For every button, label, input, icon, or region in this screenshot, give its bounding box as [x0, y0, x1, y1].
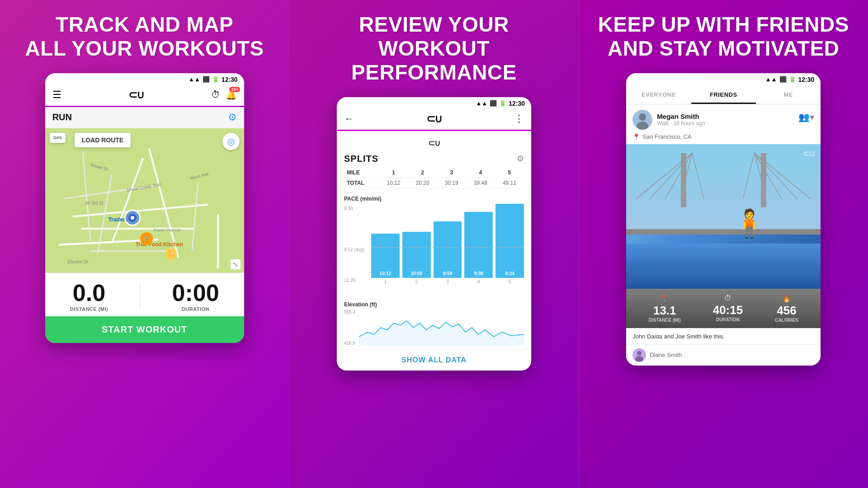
fire-stat-icon: 🔥 [775, 294, 798, 303]
load-route-button[interactable]: LOAD ROUTE [75, 133, 131, 147]
commenter-avatar-image [632, 348, 646, 362]
bar-wrap-2: 10:08 2 [402, 204, 431, 284]
activity-location: 📍 San Francisco, CA [626, 132, 821, 144]
bar-label-1: 1 [384, 279, 387, 284]
activity-duration-value: 40:15 [713, 303, 743, 317]
split-4: 39:48 [466, 178, 495, 188]
y-label-bottom: 11:20 [344, 278, 355, 283]
bar-3: 9:59 [434, 221, 462, 278]
svg-line-9 [755, 153, 797, 199]
bridge-cables-svg [626, 144, 821, 289]
svg-line-12 [743, 153, 755, 199]
duration-value: 0:00 [172, 281, 219, 305]
splits-ua-header: ⊂∪ [344, 138, 524, 148]
split-3: 30:19 [437, 178, 466, 188]
svg-line-8 [755, 153, 811, 199]
panel1-heading: TRACK AND MAP ALL YOUR WORKOUTS [25, 13, 264, 61]
splits-settings-icon[interactable]: ⚙ [517, 154, 524, 164]
activity-header: Megan Smith Walk · 16 hours ago 👥▾ [626, 104, 821, 132]
ua-watermark: ⊂∪ [803, 149, 814, 159]
clock-icon[interactable]: ⏱ [211, 89, 220, 100]
user-location-pin [124, 210, 141, 226]
notification-btn[interactable]: 🔔 10+ [226, 89, 237, 100]
activity-photo: 🧍 ⊂∪ [626, 144, 821, 289]
distance-label: DISTANCE (MI) [70, 306, 108, 312]
start-workout-button[interactable]: START WORKOUT [45, 316, 244, 343]
phone-mockup-1: ▲▲ ⬛ 🔋 12:30 ☰ ⊂∪ ⏱ 🔔 10+ RUN ⚙ [45, 73, 244, 343]
elevation-label: Elevation (ft) [344, 301, 524, 308]
bar-label-3: 3 [446, 279, 449, 284]
tab-me[interactable]: ME [756, 85, 821, 104]
comment-row: Diane Smith [626, 344, 821, 366]
activity-user: Megan Smith Walk · 16 hours ago [632, 110, 705, 130]
panel2-header: REVIEW YOUR WORKOUT PERFORMANCE [289, 0, 578, 97]
splits-total-row: TOTAL 10:12 20:20 30:19 39:48 49:11 [344, 178, 524, 188]
app-bar-icons: ⏱ 🔔 10+ [211, 89, 237, 100]
elevation-chart-svg [359, 310, 524, 346]
run-title: RUN [52, 112, 72, 122]
bar-label-2: 2 [415, 279, 418, 284]
feed-tabs: EVERYONE FRIENDS ME [626, 85, 821, 104]
gps-button[interactable]: GPS [50, 133, 66, 143]
bar-wrap-3: 9:59 3 [434, 204, 462, 284]
ua-logo-1: ⊂∪ [128, 89, 144, 101]
signal-icon-3: ▲▲ [765, 76, 777, 83]
split-2: 20:20 [408, 178, 437, 188]
tab-friends[interactable]: FRIENDS [691, 85, 756, 104]
wifi-icon-3: ⬛ [779, 76, 787, 83]
run-header: RUN ⚙ [45, 107, 244, 128]
signal-icon: ▲▲ [189, 76, 200, 83]
pace-label: PACE (min/mi) [344, 196, 524, 202]
user-name: Megan Smith [657, 113, 705, 120]
map-area[interactable]: Shoal Creek Trail W 3rd St Bowie St West… [45, 128, 244, 273]
splits-table: MILE 1 2 3 4 5 TOTAL 10:12 20:20 30:19 3 [344, 168, 524, 188]
likes-row: John Dasta and Joe Smith like this. [626, 328, 821, 344]
back-button[interactable]: ← [344, 113, 354, 125]
pace-chart: 9:30 9:52 (avg) 11:20 10:12 1 [344, 204, 524, 294]
location-pin-icon: 📍 [632, 133, 640, 141]
shop-pin: 🛒 [140, 232, 153, 245]
elevation-chart-wrapper: 505.4 416.9 [344, 310, 524, 346]
more-options-button[interactable]: ⋮ [514, 113, 524, 125]
svg-line-5 [665, 153, 692, 199]
tab-everyone[interactable]: EVERYONE [626, 85, 691, 104]
bar-wrap-5: 9:24 5 [495, 204, 524, 284]
y-label-top: 9:30 [344, 206, 353, 211]
settings-icon[interactable]: ⚙ [228, 112, 237, 123]
map-street-label: Power Plant Dr [154, 228, 181, 232]
svg-line-11 [755, 153, 766, 199]
panel2-heading: REVIEW YOUR WORKOUT PERFORMANCE [307, 13, 560, 84]
svg-point-14 [637, 351, 642, 356]
show-all-data-button[interactable]: SHOW ALL DATA [337, 349, 531, 371]
bar-1: 10:12 [371, 234, 400, 278]
bar-value-3: 9:59 [443, 271, 452, 276]
map-road [90, 250, 172, 252]
splits-ua-logo: ⊂∪ [428, 138, 440, 148]
splits-title-row: SPLITS ⚙ [344, 154, 524, 164]
stat-divider [140, 283, 140, 310]
activity-card: Megan Smith Walk · 16 hours ago 👥▾ 📍 San… [626, 104, 821, 366]
likes-text: John Dasta and Joe Smith like this. [632, 333, 724, 340]
bar-wrap-1: 10:12 1 [371, 204, 400, 284]
status-time-1: 12:30 [222, 76, 238, 83]
stat-col-calories: 🔥 456 CALORIES [775, 294, 798, 323]
splits-container: ⊂∪ SPLITS ⚙ MILE 1 2 3 4 5 [337, 131, 531, 196]
y-label-avg: 9:52 (avg) [344, 247, 364, 252]
distance-value: 0.0 [70, 281, 108, 305]
hamburger-menu-icon[interactable]: ☰ [52, 89, 61, 101]
locate-button[interactable]: ◎ [222, 133, 240, 150]
notification-badge: 10+ [229, 87, 240, 92]
bar-value-1: 10:12 [380, 271, 392, 276]
app-bar-1: ☰ ⊂∪ ⏱ 🔔 10+ [45, 85, 244, 107]
runner-figure: 🧍 [732, 207, 766, 239]
bar-4: 9:39 [464, 212, 493, 278]
bar-value-5: 9:24 [505, 271, 514, 276]
activity-distance-value: 13.1 [649, 304, 681, 318]
follow-button[interactable]: 👥▾ [798, 112, 814, 122]
signal-icon-2: ▲▲ [476, 100, 487, 107]
row-label-total: TOTAL [344, 178, 379, 188]
expand-map-button[interactable]: ⤡ [231, 259, 241, 269]
panel1-header: TRACK AND MAP ALL YOUR WORKOUTS [0, 0, 289, 73]
commenter-avatar [632, 348, 646, 362]
bar-2: 10:08 [402, 232, 431, 277]
